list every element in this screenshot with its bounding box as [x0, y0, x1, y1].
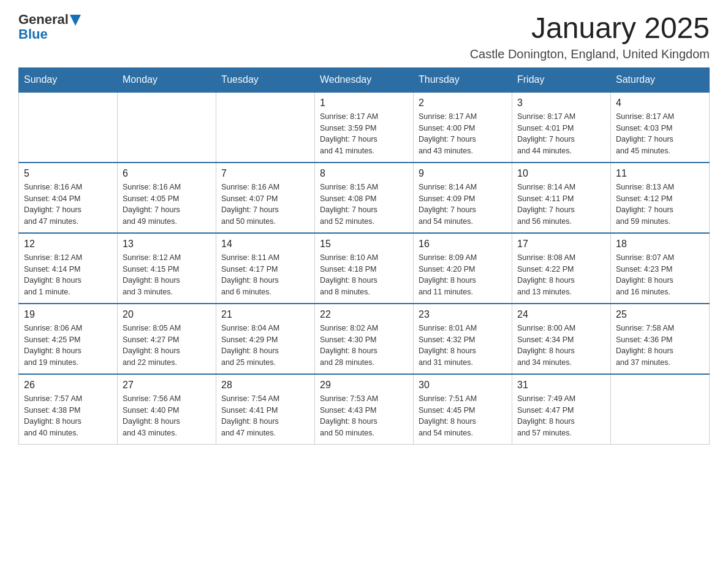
day-number: 16	[419, 239, 507, 250]
calendar-cell: 30Sunrise: 7:51 AMSunset: 4:45 PMDayligh…	[414, 374, 512, 445]
day-number: 28	[221, 380, 309, 391]
day-info: Sunrise: 8:16 AMSunset: 4:07 PMDaylight:…	[221, 182, 309, 228]
day-number: 5	[24, 168, 112, 179]
calendar-cell: 17Sunrise: 8:08 AMSunset: 4:22 PMDayligh…	[512, 233, 611, 304]
title-section: January 2025 Castle Donington, England, …	[470, 12, 710, 61]
day-info: Sunrise: 7:49 AMSunset: 4:47 PMDaylight:…	[517, 393, 605, 439]
day-number: 7	[221, 168, 309, 179]
day-number: 23	[419, 309, 507, 320]
day-info: Sunrise: 8:00 AMSunset: 4:34 PMDaylight:…	[517, 323, 605, 369]
day-info: Sunrise: 8:16 AMSunset: 4:04 PMDaylight:…	[24, 182, 112, 228]
day-info: Sunrise: 8:17 AMSunset: 3:59 PMDaylight:…	[320, 111, 408, 157]
location: Castle Donington, England, United Kingdo…	[470, 47, 710, 61]
calendar-week-row: 19Sunrise: 8:06 AMSunset: 4:25 PMDayligh…	[19, 304, 710, 374]
day-number: 30	[419, 380, 507, 391]
day-number: 2	[419, 98, 507, 109]
day-info: Sunrise: 8:10 AMSunset: 4:18 PMDaylight:…	[320, 252, 408, 298]
calendar-cell: 22Sunrise: 8:02 AMSunset: 4:30 PMDayligh…	[315, 304, 414, 374]
day-number: 14	[221, 239, 309, 250]
day-number: 9	[419, 168, 507, 179]
day-info: Sunrise: 7:53 AMSunset: 4:43 PMDaylight:…	[320, 393, 408, 439]
day-number: 18	[616, 239, 704, 250]
day-number: 8	[320, 168, 408, 179]
day-number: 31	[517, 380, 605, 391]
logo-text-general: General	[18, 12, 69, 27]
day-number: 22	[320, 309, 408, 320]
day-number: 20	[123, 309, 211, 320]
day-info: Sunrise: 8:11 AMSunset: 4:17 PMDaylight:…	[221, 252, 309, 298]
calendar-table: SundayMondayTuesdayWednesdayThursdayFrid…	[18, 67, 710, 445]
calendar-cell: 18Sunrise: 8:07 AMSunset: 4:23 PMDayligh…	[611, 233, 710, 304]
calendar-header-tuesday: Tuesday	[216, 67, 315, 92]
day-info: Sunrise: 8:02 AMSunset: 4:30 PMDaylight:…	[320, 323, 408, 369]
day-number: 26	[24, 380, 112, 391]
logo-text-blue: Blue	[18, 26, 48, 42]
calendar-cell: 21Sunrise: 8:04 AMSunset: 4:29 PMDayligh…	[216, 304, 315, 374]
day-info: Sunrise: 7:54 AMSunset: 4:41 PMDaylight:…	[221, 393, 309, 439]
logo-triangle-icon	[70, 15, 81, 26]
calendar-cell: 7Sunrise: 8:16 AMSunset: 4:07 PMDaylight…	[216, 163, 315, 233]
calendar-header-thursday: Thursday	[414, 67, 512, 92]
calendar-cell	[216, 92, 315, 163]
calendar-cell: 16Sunrise: 8:09 AMSunset: 4:20 PMDayligh…	[414, 233, 512, 304]
day-info: Sunrise: 8:17 AMSunset: 4:03 PMDaylight:…	[616, 111, 704, 157]
day-number: 3	[517, 98, 605, 109]
day-info: Sunrise: 8:06 AMSunset: 4:25 PMDaylight:…	[24, 323, 112, 369]
day-number: 4	[616, 98, 704, 109]
calendar-cell: 11Sunrise: 8:13 AMSunset: 4:12 PMDayligh…	[611, 163, 710, 233]
calendar-header-monday: Monday	[118, 67, 216, 92]
day-info: Sunrise: 8:12 AMSunset: 4:14 PMDaylight:…	[24, 252, 112, 298]
calendar-cell: 23Sunrise: 8:01 AMSunset: 4:32 PMDayligh…	[414, 304, 512, 374]
day-number: 13	[123, 239, 211, 250]
day-info: Sunrise: 8:16 AMSunset: 4:05 PMDaylight:…	[123, 182, 211, 228]
day-info: Sunrise: 8:12 AMSunset: 4:15 PMDaylight:…	[123, 252, 211, 298]
day-number: 15	[320, 239, 408, 250]
calendar-week-row: 26Sunrise: 7:57 AMSunset: 4:38 PMDayligh…	[19, 374, 710, 445]
calendar-cell: 5Sunrise: 8:16 AMSunset: 4:04 PMDaylight…	[19, 163, 118, 233]
calendar-cell: 14Sunrise: 8:11 AMSunset: 4:17 PMDayligh…	[216, 233, 315, 304]
day-info: Sunrise: 8:05 AMSunset: 4:27 PMDaylight:…	[123, 323, 211, 369]
calendar-header-row: SundayMondayTuesdayWednesdayThursdayFrid…	[19, 67, 710, 92]
day-info: Sunrise: 7:58 AMSunset: 4:36 PMDaylight:…	[616, 323, 704, 369]
calendar-cell: 27Sunrise: 7:56 AMSunset: 4:40 PMDayligh…	[118, 374, 216, 445]
day-info: Sunrise: 8:01 AMSunset: 4:32 PMDaylight:…	[419, 323, 507, 369]
calendar-cell: 25Sunrise: 7:58 AMSunset: 4:36 PMDayligh…	[611, 304, 710, 374]
calendar-cell: 9Sunrise: 8:14 AMSunset: 4:09 PMDaylight…	[414, 163, 512, 233]
day-number: 24	[517, 309, 605, 320]
calendar-cell	[19, 92, 118, 163]
calendar-cell: 26Sunrise: 7:57 AMSunset: 4:38 PMDayligh…	[19, 374, 118, 445]
day-number: 19	[24, 309, 112, 320]
day-info: Sunrise: 8:17 AMSunset: 4:00 PMDaylight:…	[419, 111, 507, 157]
calendar-cell: 19Sunrise: 8:06 AMSunset: 4:25 PMDayligh…	[19, 304, 118, 374]
calendar-cell: 10Sunrise: 8:14 AMSunset: 4:11 PMDayligh…	[512, 163, 611, 233]
day-info: Sunrise: 8:04 AMSunset: 4:29 PMDaylight:…	[221, 323, 309, 369]
calendar-cell: 8Sunrise: 8:15 AMSunset: 4:08 PMDaylight…	[315, 163, 414, 233]
calendar-header-sunday: Sunday	[19, 67, 118, 92]
day-info: Sunrise: 7:57 AMSunset: 4:38 PMDaylight:…	[24, 393, 112, 439]
day-info: Sunrise: 8:09 AMSunset: 4:20 PMDaylight:…	[419, 252, 507, 298]
day-number: 17	[517, 239, 605, 250]
calendar-cell	[611, 374, 710, 445]
day-info: Sunrise: 7:56 AMSunset: 4:40 PMDaylight:…	[123, 393, 211, 439]
calendar-cell	[118, 92, 216, 163]
day-number: 25	[616, 309, 704, 320]
calendar-header-wednesday: Wednesday	[315, 67, 414, 92]
calendar-week-row: 1Sunrise: 8:17 AMSunset: 3:59 PMDaylight…	[19, 92, 710, 163]
day-number: 6	[123, 168, 211, 179]
calendar-cell: 12Sunrise: 8:12 AMSunset: 4:14 PMDayligh…	[19, 233, 118, 304]
day-info: Sunrise: 8:14 AMSunset: 4:09 PMDaylight:…	[419, 182, 507, 228]
day-number: 29	[320, 380, 408, 391]
day-info: Sunrise: 8:07 AMSunset: 4:23 PMDaylight:…	[616, 252, 704, 298]
calendar-cell: 15Sunrise: 8:10 AMSunset: 4:18 PMDayligh…	[315, 233, 414, 304]
calendar-cell: 6Sunrise: 8:16 AMSunset: 4:05 PMDaylight…	[118, 163, 216, 233]
calendar-cell: 28Sunrise: 7:54 AMSunset: 4:41 PMDayligh…	[216, 374, 315, 445]
day-number: 1	[320, 98, 408, 109]
day-info: Sunrise: 8:13 AMSunset: 4:12 PMDaylight:…	[616, 182, 704, 228]
day-info: Sunrise: 8:14 AMSunset: 4:11 PMDaylight:…	[517, 182, 605, 228]
logo: General Blue	[18, 12, 81, 42]
day-number: 12	[24, 239, 112, 250]
day-number: 27	[123, 380, 211, 391]
day-info: Sunrise: 8:08 AMSunset: 4:22 PMDaylight:…	[517, 252, 605, 298]
day-info: Sunrise: 7:51 AMSunset: 4:45 PMDaylight:…	[419, 393, 507, 439]
page-header: General Blue January 2025 Castle Doningt…	[18, 12, 710, 61]
